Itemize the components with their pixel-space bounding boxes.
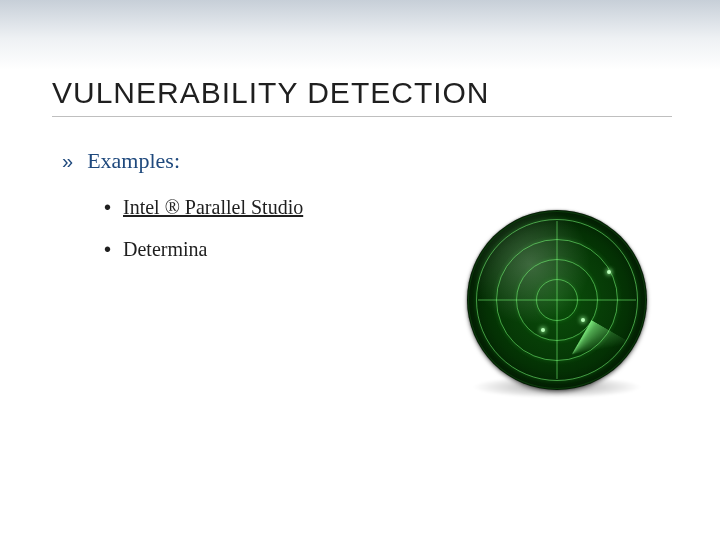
bullet-text: Determina (123, 238, 207, 261)
slide-title: VULNERABILITY DETECTION (52, 76, 490, 110)
radar-blip-icon (581, 318, 585, 322)
slide: VULNERABILITY DETECTION » Examples: • In… (0, 0, 720, 540)
radar-blip-icon (541, 328, 545, 332)
bullet-marker-icon: • (104, 239, 111, 259)
bullet-marker-icon: • (104, 197, 111, 217)
bullet-text: Examples: (87, 148, 180, 174)
bullet-level2: • Determina (104, 238, 207, 261)
bullet-link[interactable]: Intel ® Parallel Studio (123, 196, 303, 219)
radar-disc-icon (467, 210, 647, 390)
bullet-level2: • Intel ® Parallel Studio (104, 196, 303, 219)
bullet-level1: » Examples: (62, 148, 180, 174)
bullet-marker-icon: » (62, 150, 73, 173)
radar-image (452, 210, 662, 400)
title-underline (52, 116, 672, 117)
header-gradient (0, 0, 720, 70)
radar-blip-icon (607, 270, 611, 274)
